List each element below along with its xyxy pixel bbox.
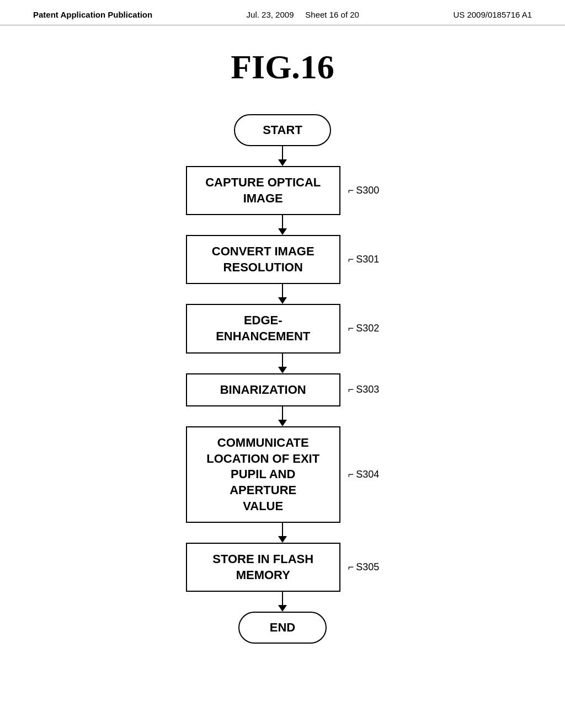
step-s304-row: COMMUNICATELOCATION OF EXITPUPIL AND APE… xyxy=(186,426,380,523)
start-node-row: START xyxy=(234,114,331,146)
publication-label: Patent Application Publication xyxy=(33,10,152,19)
page-header: Patent Application Publication Jul. 23, … xyxy=(0,0,565,25)
step-s300-label: ⌐S300 xyxy=(348,185,380,196)
flowchart: START CAPTURE OPTICALIMAGE ⌐S300 CONVERT… xyxy=(0,114,565,644)
step-s303-label: ⌐S303 xyxy=(348,384,380,395)
step-s303-box: BINARIZATION xyxy=(186,373,340,407)
step-s305-row: STORE IN FLASHMEMORY ⌐S305 xyxy=(186,543,380,592)
patent-number-label: US 2009/0185716 A1 xyxy=(453,10,532,19)
step-s303-row: BINARIZATION ⌐S303 xyxy=(186,373,380,407)
arrow-6 xyxy=(278,592,287,612)
step-s300-row: CAPTURE OPTICALIMAGE ⌐S300 xyxy=(186,166,380,215)
step-s301-box: CONVERT IMAGERESOLUTION xyxy=(186,235,340,284)
step-s301-row: CONVERT IMAGERESOLUTION ⌐S301 xyxy=(186,235,380,284)
arrow-3 xyxy=(278,354,287,373)
step-s305-box: STORE IN FLASHMEMORY xyxy=(186,543,340,592)
start-node: START xyxy=(234,114,331,146)
arrow-4 xyxy=(278,406,287,426)
figure-title: FIG.16 xyxy=(0,47,565,87)
step-s305-label: ⌐S305 xyxy=(348,561,380,573)
arrow-5 xyxy=(278,523,287,543)
arrow-1 xyxy=(278,215,287,235)
arrow-0 xyxy=(278,146,287,166)
step-s302-row: EDGE-ENHANCEMENT ⌐S302 xyxy=(186,304,380,353)
step-s300-box: CAPTURE OPTICALIMAGE xyxy=(186,166,340,215)
step-s302-label: ⌐S302 xyxy=(348,323,380,334)
step-s301-label: ⌐S301 xyxy=(348,254,380,265)
end-node: END xyxy=(238,612,327,644)
step-s304-box: COMMUNICATELOCATION OF EXITPUPIL AND APE… xyxy=(186,426,340,523)
arrow-2 xyxy=(278,284,287,304)
step-s302-box: EDGE-ENHANCEMENT xyxy=(186,304,340,353)
step-s304-label: ⌐S304 xyxy=(348,469,380,480)
end-node-row: END xyxy=(238,612,327,644)
date-sheet-label: Jul. 23, 2009 Sheet 16 of 20 xyxy=(247,10,359,19)
